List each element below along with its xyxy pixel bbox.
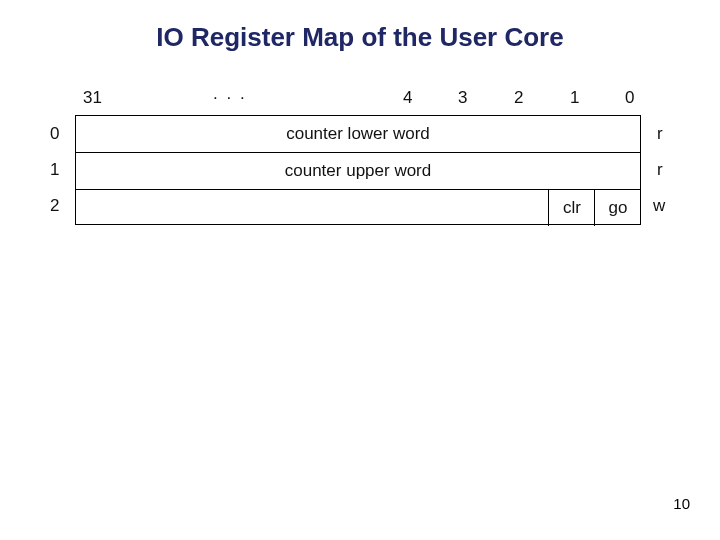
access-label-0: r [657,124,663,144]
row-label-1: 1 [50,160,59,180]
register-row-2-clr: clr [548,190,595,226]
bit-label-31: 31 [83,88,102,108]
bit-label-3: 3 [458,88,467,108]
bit-label-0: 0 [625,88,634,108]
page-number: 10 [673,495,690,512]
row-label-2: 2 [50,196,59,216]
register-row-1: counter upper word [76,153,640,190]
register-row-2-go: go [594,190,641,226]
register-row-1-desc: counter upper word [76,153,640,189]
bit-label-1: 1 [570,88,579,108]
register-map-diagram: 31 · · · 4 3 2 1 0 0 1 2 r r w counter l… [45,80,685,260]
bit-label-2: 2 [514,88,523,108]
register-table: counter lower word counter upper word cl… [75,115,641,225]
bit-label-ellipsis: · · · [213,88,247,108]
register-row-0-desc: counter lower word [76,116,640,152]
register-row-2: clr go [76,190,640,226]
bit-label-4: 4 [403,88,412,108]
row-label-0: 0 [50,124,59,144]
register-row-0: counter lower word [76,116,640,153]
access-label-1: r [657,160,663,180]
slide-title: IO Register Map of the User Core [0,0,720,53]
access-label-2: w [653,196,665,216]
